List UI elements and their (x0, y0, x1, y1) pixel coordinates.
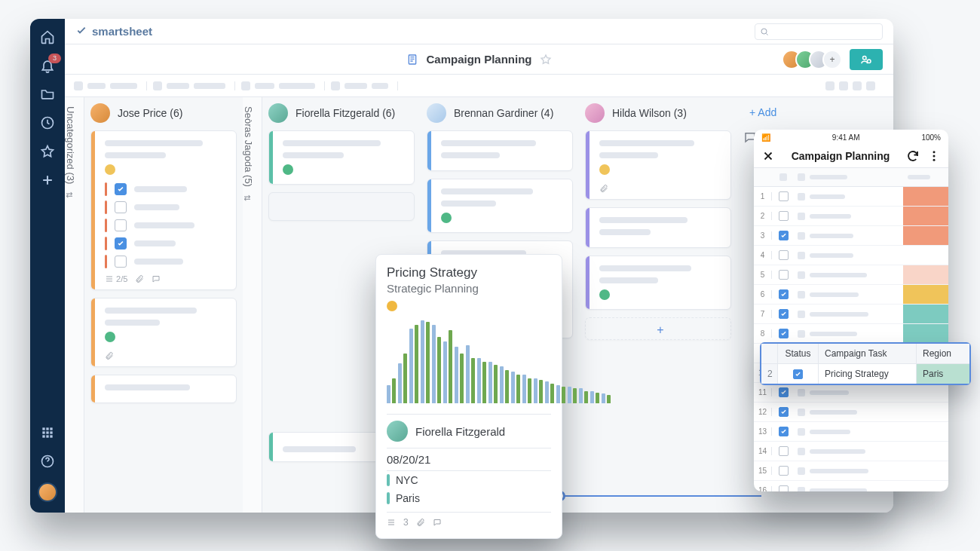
mobile-row[interactable]: 16 (754, 481, 948, 491)
svg-point-11 (761, 29, 767, 34)
assignee-avatar (387, 421, 408, 442)
assignee-name: Fiorella Fitzgerald (415, 425, 505, 438)
card[interactable]: 2/5 (90, 130, 237, 290)
lane-seoras[interactable]: Seòras Jagoda (5)⇅ (243, 97, 262, 513)
card[interactable] (427, 179, 573, 233)
card-title: Pricing Strategy (387, 265, 551, 280)
checklist-count: 2/5 (105, 274, 127, 283)
clock-icon[interactable] (40, 115, 55, 130)
svg-rect-4 (42, 431, 44, 433)
comment-icon (152, 274, 161, 283)
svg-rect-7 (42, 435, 44, 437)
app-logo[interactable]: smartsheet (75, 25, 152, 38)
mobile-row[interactable]: 2 (754, 207, 948, 226)
search-input[interactable] (755, 23, 883, 40)
card[interactable] (90, 375, 237, 403)
svg-rect-2 (46, 427, 48, 430)
attachment-icon (416, 518, 425, 527)
comment-icon (433, 518, 442, 527)
svg-point-16 (933, 155, 936, 158)
checkbox[interactable] (115, 219, 127, 231)
card[interactable] (585, 256, 731, 310)
add-column-button[interactable]: + Add (743, 103, 807, 121)
checkbox[interactable] (115, 237, 127, 249)
svg-rect-8 (46, 435, 48, 437)
mobile-row-highlight[interactable]: Status Campaign Task Region 2 Pricing St… (760, 342, 971, 385)
col-region: Region (917, 344, 969, 363)
doc-title: Campaign Planning (426, 53, 531, 66)
mobile-preview: 📶 9:41 AM 100% Campaign Planning 1234567… (754, 130, 948, 491)
plus-icon[interactable] (40, 173, 55, 188)
lane-owner: Hilda Wilson (3) (612, 107, 687, 119)
checkbox[interactable] (115, 256, 127, 268)
svg-rect-3 (50, 427, 52, 430)
svg-point-17 (933, 159, 936, 161)
titlebar: Campaign Planning + (65, 44, 893, 75)
bell-icon[interactable] (40, 58, 55, 73)
mobile-row[interactable]: 3 (754, 226, 948, 246)
mobile-row[interactable]: 12 (754, 403, 948, 422)
mobile-title: Campaign Planning (792, 150, 890, 162)
more-icon[interactable] (927, 149, 941, 163)
add-card-button[interactable]: + (585, 317, 731, 340)
attachment-icon (599, 184, 608, 193)
lane-owner: Fiorella Fitzgerald (6) (296, 107, 395, 119)
card[interactable] (585, 130, 731, 200)
svg-rect-6 (50, 431, 52, 433)
card-subtitle: Strategic Planning (387, 282, 551, 295)
user-avatar[interactable] (38, 482, 57, 502)
mobile-row[interactable]: 4 (754, 246, 948, 265)
svg-rect-1 (42, 427, 44, 430)
task-cell: Pricing Strategy (819, 364, 917, 384)
add-collaborator[interactable]: + (822, 50, 842, 69)
svg-point-13 (863, 57, 867, 60)
mobile-row[interactable]: 14 (754, 442, 948, 461)
star-icon[interactable] (40, 144, 55, 159)
mobile-row[interactable]: 1 (754, 187, 948, 207)
collaborator-avatars[interactable]: + (788, 50, 842, 69)
help-icon[interactable] (40, 454, 55, 469)
checkbox[interactable] (115, 183, 127, 195)
close-icon[interactable] (761, 149, 775, 163)
app-name: smartsheet (92, 25, 152, 38)
mobile-row[interactable]: 15 (754, 461, 948, 481)
folder-icon[interactable] (40, 87, 55, 102)
tag-paris: Paris (387, 489, 551, 507)
checkbox[interactable] (115, 201, 127, 213)
lane-jose: Jose Price (6) (84, 97, 243, 513)
mobile-row[interactable]: 6 (754, 285, 948, 305)
card-drop-slot[interactable] (268, 192, 415, 221)
status-checkbox[interactable] (793, 369, 803, 379)
share-button[interactable] (850, 49, 883, 70)
mobile-row[interactable]: 8 (754, 324, 948, 344)
lane-label: Uncategorized (3) (65, 106, 76, 184)
card-date: 08/20/21 (387, 448, 551, 471)
row-number: 2 (761, 364, 778, 384)
home-icon[interactable] (40, 29, 55, 44)
svg-point-15 (933, 151, 936, 153)
refresh-icon[interactable] (906, 149, 920, 163)
card-detail-popup[interactable]: Pricing Strategy Strategic Planning Fior… (375, 254, 562, 539)
mobile-statusbar: 📶 9:41 AM 100% (754, 130, 948, 145)
lane-label: Seòras Jagoda (5) (243, 106, 254, 187)
card[interactable] (585, 207, 731, 248)
lane-uncategorized[interactable]: Uncategorized (3)⇅ (65, 97, 84, 513)
region-cell: Paris (917, 364, 969, 384)
mobile-time: 9:41 AM (832, 133, 860, 142)
sheet-icon (406, 54, 418, 66)
apps-icon[interactable] (40, 425, 55, 440)
mobile-row[interactable]: 5 (754, 265, 948, 285)
mobile-row[interactable]: 7 (754, 305, 948, 324)
card[interactable] (90, 298, 237, 367)
card[interactable] (427, 130, 573, 171)
svg-rect-9 (50, 435, 52, 437)
card[interactable] (268, 130, 415, 185)
mobile-row[interactable]: 13 (754, 422, 948, 442)
svg-point-14 (868, 60, 871, 63)
favorite-icon[interactable] (540, 54, 552, 66)
lane-owner: Jose Price (6) (118, 107, 182, 119)
tag-nyc: NYC (387, 471, 551, 489)
nav-rail (30, 19, 65, 513)
mobile-row[interactable]: 11 (754, 383, 948, 403)
mobile-grid[interactable]: 12345678910111213141516 (754, 167, 948, 491)
